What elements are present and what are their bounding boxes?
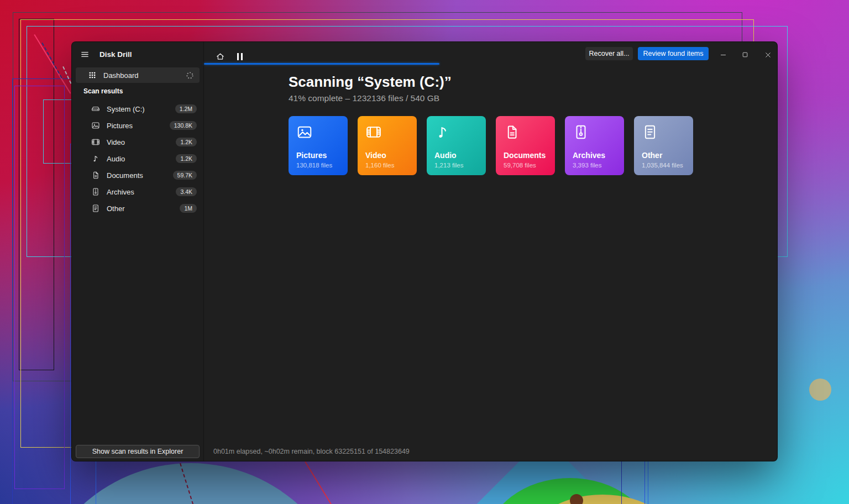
scan-subheading: 41% complete – 1232136 files / 540 GB xyxy=(289,93,439,103)
sidebar-header: Disk Drill xyxy=(76,46,132,62)
sidebar-item-documents[interactable]: Documents 59.7K xyxy=(76,167,200,183)
recover-all-button[interactable]: Recover all... xyxy=(585,47,633,60)
category-card-documents[interactable]: Documents 59,708 files xyxy=(496,116,555,175)
audio-icon xyxy=(91,154,100,163)
sidebar-item-label: Audio xyxy=(107,155,176,163)
sidebar-item-label: System (C:) xyxy=(107,105,175,113)
file-count-badge: 1.2K xyxy=(176,138,197,146)
sidebar-divider xyxy=(203,42,204,461)
sidebar-item-label: Dashboard xyxy=(103,71,186,80)
home-icon xyxy=(216,52,225,61)
card-count: 1,213 files xyxy=(434,161,479,170)
scan-progress-fill xyxy=(204,63,439,65)
loading-spinner-icon xyxy=(186,71,194,80)
file-count-badge: 130.8K xyxy=(170,121,197,130)
card-count: 1,160 files xyxy=(365,161,410,170)
other-file-icon xyxy=(642,124,686,151)
card-name: Documents xyxy=(504,151,548,160)
sidebar-item-system-c[interactable]: System (C:) 1.2M xyxy=(76,101,200,117)
card-name: Video xyxy=(365,151,410,160)
review-found-items-button[interactable]: Review found items xyxy=(638,47,709,60)
sidebar-item-video[interactable]: Video 1.2K xyxy=(76,134,200,150)
category-card-video[interactable]: Video 1,160 files xyxy=(358,116,417,175)
file-count-badge: 1M xyxy=(180,204,197,213)
hamburger-menu-button[interactable] xyxy=(76,46,93,62)
other-file-icon xyxy=(91,204,100,213)
sidebar-item-audio[interactable]: Audio 1.2K xyxy=(76,151,200,166)
sidebar: Disk Drill Dashboard Scan results System… xyxy=(72,42,203,461)
close-icon xyxy=(764,51,772,59)
category-card-other[interactable]: Other 1,035,844 files xyxy=(634,116,693,175)
app-title: Disk Drill xyxy=(99,50,132,59)
hamburger-icon xyxy=(80,50,90,59)
file-count-badge: 3.4K xyxy=(176,187,197,196)
category-card-archives[interactable]: Archives 3,393 files xyxy=(565,116,624,175)
card-name: Archives xyxy=(573,151,617,160)
sidebar-item-other[interactable]: Other 1M xyxy=(76,201,200,216)
audio-icon xyxy=(434,124,479,151)
sidebar-item-label: Archives xyxy=(107,188,176,196)
sidebar-item-label: Pictures xyxy=(107,122,170,130)
sidebar-item-pictures[interactable]: Pictures 130.8K xyxy=(76,118,200,133)
documents-icon xyxy=(91,171,100,180)
archives-icon xyxy=(573,124,617,151)
disk-drill-window: Disk Drill Dashboard Scan results System… xyxy=(71,41,778,461)
maximize-button[interactable] xyxy=(737,48,753,62)
scan-results-section-header: Scan results xyxy=(83,87,123,95)
file-count-badge: 1.2M xyxy=(175,104,197,113)
dashboard-grid-icon xyxy=(88,71,97,80)
scan-progress-bar xyxy=(204,63,778,65)
file-count-badge: 59.7K xyxy=(173,171,197,180)
category-card-audio[interactable]: Audio 1,213 files xyxy=(427,116,486,175)
archives-icon xyxy=(91,187,100,196)
home-button[interactable] xyxy=(212,49,228,64)
file-count-badge: 1.2K xyxy=(176,154,197,163)
sidebar-item-dashboard[interactable]: Dashboard xyxy=(76,67,200,83)
sidebar-item-archives[interactable]: Archives 3.4K xyxy=(76,184,200,200)
pictures-icon xyxy=(296,124,340,151)
minimize-icon xyxy=(719,51,727,59)
minimize-button[interactable] xyxy=(715,48,731,62)
sidebar-item-label: Video xyxy=(107,138,176,146)
card-count: 130,818 files xyxy=(296,161,340,170)
drive-icon xyxy=(91,104,100,113)
card-name: Pictures xyxy=(296,151,340,160)
card-name: Other xyxy=(642,151,686,160)
pictures-icon xyxy=(91,121,100,130)
card-count: 1,035,844 files xyxy=(642,161,686,170)
maximize-icon xyxy=(741,51,749,59)
close-button[interactable] xyxy=(759,48,776,62)
card-count: 3,393 files xyxy=(573,161,617,170)
sidebar-item-label: Other xyxy=(107,204,180,213)
category-card-pictures[interactable]: Pictures 130,818 files xyxy=(289,116,348,175)
pause-icon xyxy=(237,53,243,60)
documents-icon xyxy=(504,124,548,151)
card-name: Audio xyxy=(434,151,479,160)
scan-status-text: 0h01m elapsed, ~0h02m remain, block 6322… xyxy=(213,448,410,455)
video-icon xyxy=(365,124,410,151)
sidebar-item-label: Documents xyxy=(107,171,173,180)
show-scan-results-in-explorer-button[interactable]: Show scan results in Explorer xyxy=(76,445,200,458)
wallpaper-purple-rect xyxy=(14,86,65,489)
video-icon xyxy=(91,138,100,146)
card-count: 59,708 files xyxy=(504,161,548,170)
wallpaper-khaki-circle xyxy=(809,379,831,401)
scan-heading: Scanning “System (C:)” xyxy=(289,74,452,91)
pause-scan-button[interactable] xyxy=(232,49,248,64)
